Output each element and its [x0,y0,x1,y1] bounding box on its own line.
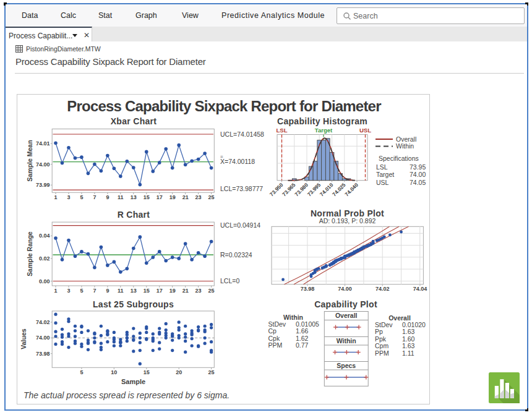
svg-text:0.00: 0.00 [39,278,50,285]
svg-text:0.01020: 0.01020 [402,321,426,328]
svg-text:Sample Mean: Sample Mean [26,140,33,181]
svg-text:Target: Target [315,127,333,134]
svg-text:15: 15 [144,194,150,200]
svg-text:73.98: 73.98 [301,286,315,292]
svg-text:74.02: 74.02 [36,319,50,325]
svg-text:Process Capability Sixpack Rep: Process Capability Sixpack Report for Di… [67,98,381,114]
svg-text:5: 5 [80,288,83,294]
svg-text:74.02: 74.02 [375,286,390,292]
svg-text:13: 13 [131,194,137,200]
svg-text:Values: Values [20,328,27,349]
svg-text:20: 20 [176,369,182,375]
svg-text:1.11: 1.11 [402,349,414,357]
svg-text:74.00: 74.00 [36,161,50,168]
svg-text:1.60: 1.60 [402,335,415,343]
svg-text:17: 17 [157,288,163,294]
svg-text:73.98: 73.98 [36,351,50,357]
svg-text:UCL=74.01458: UCL=74.01458 [220,130,264,138]
svg-text:3: 3 [67,194,70,200]
svg-text:Sample Range: Sample Range [26,231,33,276]
svg-text:Overall: Overall [335,312,358,319]
svg-text:74.040: 74.040 [343,182,359,198]
svg-text:Within: Within [396,142,414,150]
svg-text:1: 1 [54,194,57,200]
svg-text:74.01: 74.01 [36,140,50,147]
svg-text:11: 11 [118,288,124,294]
svg-text:5: 5 [80,194,83,200]
svg-text:Overall: Overall [396,135,416,143]
svg-text:25: 25 [208,288,215,294]
svg-text:0.77: 0.77 [296,341,309,349]
svg-text:10: 10 [111,369,117,375]
svg-text:LSL: LSL [376,163,388,171]
svg-text:73.950: 73.950 [268,182,285,198]
svg-text:1.66: 1.66 [296,327,309,335]
svg-text:25: 25 [208,194,215,200]
svg-text:LSL: LSL [277,127,288,134]
svg-text:7: 7 [93,194,96,200]
svg-text:74.00: 74.00 [338,286,352,292]
svg-text:StDev: StDev [268,320,286,328]
svg-text:Capability Plot: Capability Plot [314,299,377,309]
svg-text:Specifications: Specifications [379,155,419,162]
svg-text:Cpm: Cpm [375,342,388,349]
svg-text:5: 5 [80,369,83,375]
svg-text:Target: Target [376,171,394,178]
svg-text:19: 19 [169,194,176,200]
svg-text:1.63: 1.63 [402,342,415,349]
svg-text:X=74.00118: X=74.00118 [220,158,255,165]
svg-text:13: 13 [131,288,137,294]
svg-text:Xbar Chart: Xbar Chart [111,116,157,126]
svg-text:74.00: 74.00 [36,335,50,341]
svg-text:74.025: 74.025 [331,182,347,198]
svg-text:R=0.02324: R=0.02324 [220,251,252,259]
svg-text:Ppk: Ppk [375,335,387,343]
svg-text:Pp: Pp [375,328,383,335]
svg-text:74.010: 74.010 [319,182,335,198]
svg-text:7: 7 [93,288,96,294]
svg-text:LCL=0: LCL=0 [220,277,239,285]
svg-text:1: 1 [54,288,57,294]
svg-text:Sample: Sample [121,378,145,385]
svg-text:Capability Histogram: Capability Histogram [277,116,367,126]
svg-text:USL: USL [359,127,371,134]
svg-text:USL: USL [376,179,389,186]
svg-text:23: 23 [195,288,202,294]
svg-text:LCL=73.98777: LCL=73.98777 [220,185,263,192]
svg-text:25: 25 [208,369,215,375]
svg-text:15: 15 [144,369,150,375]
svg-text:9: 9 [106,288,109,294]
svg-text:21: 21 [182,194,189,200]
svg-text:0.02: 0.02 [39,255,50,262]
svg-text:Cp: Cp [268,327,277,335]
svg-text:1.63: 1.63 [402,328,415,335]
svg-text:3: 3 [67,288,70,294]
svg-text:PPM: PPM [268,341,283,349]
svg-text:73.95: 73.95 [410,163,426,171]
svg-text:73.99: 73.99 [36,182,50,188]
svg-text:Within: Within [337,337,356,344]
svg-text:11: 11 [118,194,124,200]
svg-text:73.980: 73.980 [293,182,309,198]
svg-text:73.965: 73.965 [281,182,297,198]
svg-text:The actual process spread is r: The actual process spread is represented… [24,390,230,400]
svg-text:23: 23 [195,194,202,200]
svg-text:17: 17 [157,194,163,200]
svg-text:21: 21 [182,288,189,294]
svg-text:UCL=0.04914: UCL=0.04914 [220,221,260,229]
svg-text:74.04: 74.04 [413,286,427,292]
svg-text:Last 25 Subgroups: Last 25 Subgroups [93,299,174,309]
svg-text:AD: 0.193, P: 0.892: AD: 0.193, P: 0.892 [319,217,376,225]
svg-text:15: 15 [144,288,150,294]
svg-text:9: 9 [106,194,109,200]
svg-text:0.04: 0.04 [39,233,50,239]
svg-text:1.62: 1.62 [296,335,309,342]
svg-text:R Chart: R Chart [118,210,150,220]
svg-text:Cpk: Cpk [268,335,280,342]
svg-text:74.00: 74.00 [410,171,426,178]
svg-text:0.01005: 0.01005 [296,320,319,328]
svg-text:PPM: PPM [375,349,389,357]
svg-text:StDev: StDev [375,321,393,328]
svg-text:Specs: Specs [337,362,356,369]
svg-text:19: 19 [169,288,176,294]
